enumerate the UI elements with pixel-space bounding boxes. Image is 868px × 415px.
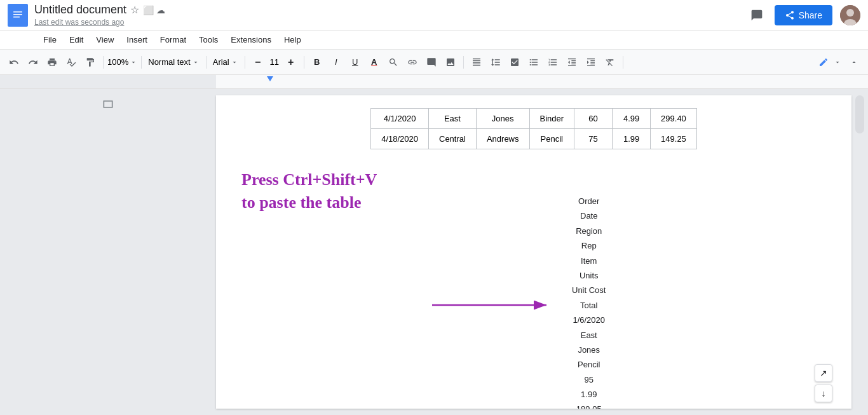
sep2: [141, 56, 142, 69]
table-cell: 299.40: [651, 109, 697, 129]
pen-area: [815, 53, 841, 71]
undo-button[interactable]: [5, 53, 23, 71]
ruler-indicator: [267, 76, 273, 81]
user-avatar[interactable]: [840, 5, 860, 25]
folder-icon[interactable]: ⬜: [143, 5, 154, 15]
ruler-content: [216, 75, 868, 88]
table-cell: Central: [429, 129, 477, 149]
sep6: [463, 56, 464, 69]
paste-list-item: Rep: [572, 238, 606, 253]
share-button[interactable]: Share: [775, 5, 832, 25]
checklist-button[interactable]: [506, 53, 524, 71]
table-cell: Andrews: [476, 129, 529, 149]
indent-decrease-button[interactable]: [563, 53, 581, 71]
pen-button[interactable]: [815, 53, 832, 71]
instruction-text: Press Ctrl+Shift+V to paste the table: [241, 168, 426, 215]
menu-help[interactable]: Help: [279, 32, 306, 47]
bold-button[interactable]: B: [308, 53, 326, 71]
cloud-icon[interactable]: ☁: [156, 5, 165, 15]
comment-icon-btn[interactable]: [747, 5, 767, 25]
collapse-button[interactable]: [845, 53, 863, 71]
arrow-area: OrderDateRegionRepItemUnitsUnit CostTota…: [432, 194, 826, 409]
top-bar: Untitled document ☆ ⬜ ☁ Last edit was se…: [0, 0, 868, 31]
table-row: 4/1/2020EastJonesBinder604.99299.40: [371, 109, 697, 129]
spellcheck-button[interactable]: [62, 53, 80, 71]
menu-edit[interactable]: Edit: [64, 32, 88, 47]
paste-list-item: Region: [572, 224, 606, 238]
font-size-value: 11: [268, 57, 281, 67]
doc-area: 4/1/2020EastJonesBinder604.99299.404/18/…: [0, 89, 868, 415]
font-value: Arial: [213, 57, 229, 67]
paste-list-item: 1/6/2020: [572, 313, 606, 327]
scrollbar-thumb[interactable]: [855, 95, 864, 133]
ruler-left-margin: [0, 75, 216, 88]
underline-button[interactable]: U: [346, 53, 364, 71]
align-button[interactable]: [468, 53, 485, 71]
menu-file[interactable]: File: [38, 32, 62, 47]
paste-list-item: Pencil: [572, 357, 606, 372]
ruler: [0, 75, 868, 89]
layout-icon[interactable]: [99, 95, 117, 113]
indent-increase-button[interactable]: [582, 53, 600, 71]
numbered-list-button[interactable]: [544, 53, 562, 71]
scroll-down-button[interactable]: ↓: [815, 384, 832, 402]
clear-format-button[interactable]: [601, 53, 619, 71]
style-value: Normal text: [148, 57, 190, 67]
bullet-list-button[interactable]: [525, 53, 543, 71]
linespacing-button[interactable]: [487, 53, 505, 71]
top-right: Share: [747, 5, 860, 25]
title-icons: ⬜ ☁: [143, 5, 165, 15]
sep4: [245, 56, 245, 69]
table-cell: 4/18/2020: [371, 129, 429, 149]
paint-format-button[interactable]: [81, 53, 99, 71]
paste-list-item: Order: [572, 194, 606, 208]
menu-format[interactable]: Format: [155, 32, 191, 47]
font-select[interactable]: Arial: [210, 57, 241, 67]
data-table: 4/1/2020EastJonesBinder604.99299.404/18/…: [370, 108, 697, 149]
table-cell: Jones: [476, 109, 529, 129]
menu-extensions[interactable]: Extensions: [226, 32, 276, 47]
sep1: [103, 56, 104, 69]
table-cell: Binder: [529, 109, 574, 129]
redo-button[interactable]: [24, 53, 42, 71]
paste-list-item: Item: [572, 254, 606, 268]
paste-list-item: Unit Cost: [572, 283, 606, 297]
zoom-display[interactable]: 100%: [107, 57, 137, 67]
doc-sidebar-left: [0, 89, 216, 415]
table-row: 4/18/2020CentralAndrewsPencil751.99149.2…: [371, 129, 697, 149]
bottom-bar: ↗ ↓: [815, 364, 832, 402]
font-size-increase[interactable]: +: [282, 53, 300, 71]
expand-button[interactable]: ↗: [815, 364, 832, 382]
italic-button[interactable]: I: [327, 53, 345, 71]
menu-tools[interactable]: Tools: [194, 32, 223, 47]
zoom-value: 100%: [107, 57, 128, 67]
menu-view[interactable]: View: [91, 32, 119, 47]
svg-point-5: [846, 9, 854, 17]
arrow-svg: [432, 292, 559, 318]
svg-rect-0: [11, 8, 24, 23]
font-color-button[interactable]: A: [365, 53, 383, 71]
doc-title-text[interactable]: Untitled document: [34, 3, 126, 17]
paste-list: OrderDateRegionRepItemUnitsUnit CostTota…: [572, 194, 606, 409]
last-edit-link[interactable]: Last edit was seconds ago: [34, 18, 124, 27]
doc-page: 4/1/2020EastJonesBinder604.99299.404/18/…: [216, 95, 851, 409]
table-cell: 149.25: [651, 129, 697, 149]
menu-bar: File Edit View Insert Format Tools Exten…: [0, 31, 868, 50]
doc-icon: [8, 4, 28, 27]
link-button[interactable]: [403, 53, 421, 71]
table-cell: 4/1/2020: [371, 109, 429, 129]
comment-button[interactable]: [423, 53, 440, 71]
star-icon[interactable]: ☆: [130, 4, 139, 16]
paste-list-item: 1.99: [572, 387, 606, 402]
print-button[interactable]: [43, 53, 61, 71]
highlight-button[interactable]: [384, 53, 402, 71]
style-select[interactable]: Normal text: [146, 57, 201, 67]
font-size-decrease[interactable]: −: [249, 53, 267, 71]
sep3: [206, 56, 207, 69]
svg-rect-2: [13, 14, 22, 15]
menu-insert[interactable]: Insert: [121, 32, 153, 47]
image-button[interactable]: [442, 53, 459, 71]
paste-list-item: East: [572, 328, 606, 343]
instruction-area: Press Ctrl+Shift+V to paste the table Or…: [241, 168, 826, 409]
font-size-display[interactable]: − 11 +: [249, 53, 300, 71]
